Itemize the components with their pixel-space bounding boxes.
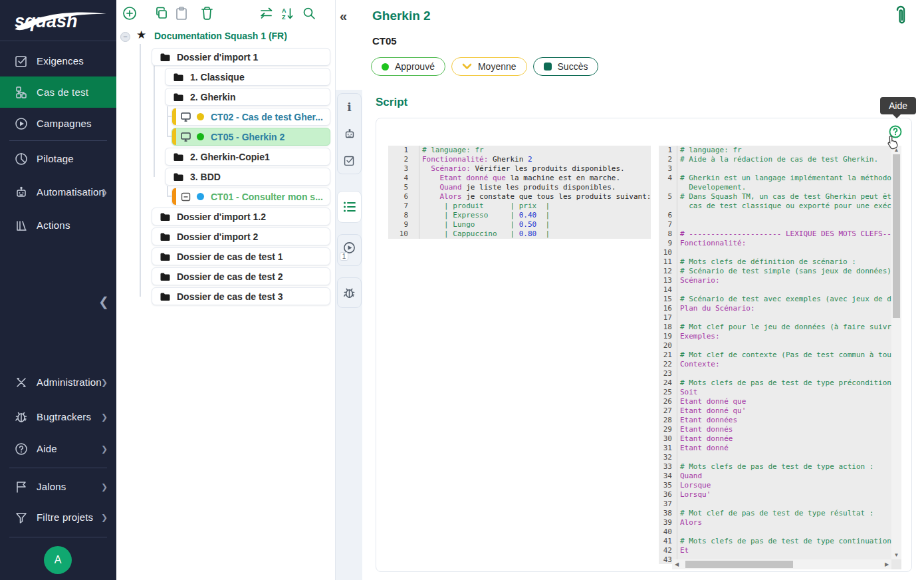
code-line: 32 bbox=[659, 453, 891, 462]
tab-information[interactable]: i bbox=[338, 94, 361, 120]
folder-icon bbox=[173, 153, 183, 161]
check-square-icon bbox=[343, 154, 356, 167]
chevron-right-icon: ❯ bbox=[101, 444, 108, 454]
importance-bar bbox=[172, 128, 176, 146]
tree-node-label: 3. BDD bbox=[190, 172, 221, 182]
execution-count-badge: 1 bbox=[340, 252, 348, 261]
sidebar-divider bbox=[9, 537, 107, 537]
tree-node-folder[interactable]: + Dossier d'import 1.2 bbox=[152, 208, 330, 225]
search-icon[interactable] bbox=[302, 6, 316, 21]
vertical-scrollbar[interactable]: ▲ ▼ bbox=[891, 146, 901, 559]
code-line: 23 bbox=[659, 369, 891, 378]
gherkin-script-editor[interactable]: 1# language: fr2Fonctionnalité: Gherkin … bbox=[388, 146, 651, 239]
tab-automation[interactable] bbox=[338, 120, 361, 147]
test-case-reference: CT05 bbox=[372, 35, 397, 47]
tab-requirements[interactable] bbox=[338, 147, 361, 174]
code-line: 28Etant données bbox=[659, 416, 891, 425]
test-case-tree-panel: AZ − ★ Documentation Squash 1 (FR) − Dos… bbox=[116, 0, 336, 580]
code-line: 31Etant donné bbox=[659, 444, 891, 453]
sidebar-item-aide[interactable]: Aide ❯ bbox=[0, 433, 116, 464]
info-icon: i bbox=[347, 100, 351, 114]
transfer-button[interactable] bbox=[259, 7, 275, 20]
importance-bar bbox=[172, 188, 176, 206]
scroll-right-icon[interactable]: ▶ bbox=[884, 561, 889, 567]
tree-node-folder[interactable]: + Dossier de cas de test 3 bbox=[152, 287, 330, 305]
code-line: 12# Scénario de test simple (sans jeux d… bbox=[659, 267, 891, 276]
tree-node-folder[interactable]: + Dossier de cas de test 2 bbox=[152, 267, 330, 285]
sidebar-item-actions[interactable]: Actions bbox=[0, 210, 116, 241]
tree-node-folder[interactable]: − Dossier d'import 1 bbox=[152, 48, 330, 66]
sidebar-item-bugtrackers[interactable]: Bugtrackers ❯ bbox=[0, 401, 116, 432]
tree-node-test-case[interactable]: CT02 - Cas de test Gher... bbox=[172, 108, 330, 126]
collapse-panel-icon[interactable]: « bbox=[340, 9, 347, 24]
sidebar-item-label: Campagnes bbox=[37, 118, 92, 129]
sidebar-item-filtre-projets[interactable]: Filtre projets ❯ bbox=[0, 502, 116, 533]
tree-node-folder[interactable]: − 3. BDD bbox=[165, 168, 330, 186]
squash-logo[interactable]: squash bbox=[0, 0, 116, 41]
scrollbar-thumb[interactable] bbox=[685, 561, 793, 568]
code-line: 14 bbox=[659, 285, 891, 295]
star-icon: ★ bbox=[136, 28, 146, 42]
code-line: 6 bbox=[659, 211, 891, 220]
code-line: 24# Mots clefs de pas de test de type pr… bbox=[659, 378, 891, 388]
sidebar-item-pilotage[interactable]: Pilotage bbox=[0, 143, 116, 174]
tree-node-test-case[interactable]: CT01 - Consulter mon s... bbox=[172, 188, 330, 206]
tree-node-folder[interactable]: + Dossier d'import 2 bbox=[152, 227, 330, 245]
attachments-paperclip-icon[interactable] bbox=[892, 5, 909, 27]
tree-node-folder[interactable]: + 2. Gherkin-Copie1 bbox=[165, 148, 330, 166]
tree-node-folder[interactable]: + 1. Classique bbox=[165, 68, 330, 86]
sidebar-item-administration[interactable]: Administration ❯ bbox=[0, 366, 116, 398]
scroll-down-icon[interactable]: ▼ bbox=[891, 552, 901, 558]
sidebar-item-label: Cas de test bbox=[37, 86, 88, 98]
scroll-left-icon[interactable]: ◀ bbox=[674, 561, 679, 567]
sort-button[interactable]: AZ bbox=[280, 6, 295, 21]
horizontal-scrollbar[interactable]: ◀ ▶ bbox=[672, 559, 891, 569]
box-minus-icon bbox=[181, 192, 191, 202]
chevron-right-icon: ❯ bbox=[101, 378, 108, 387]
add-button[interactable] bbox=[122, 5, 138, 21]
sidebar-item-jalons[interactable]: Jalons ❯ bbox=[0, 471, 116, 502]
tab-issues[interactable] bbox=[338, 278, 361, 307]
tab-script-active[interactable] bbox=[338, 192, 361, 222]
tree-guide-line bbox=[140, 44, 141, 297]
tree-root-row[interactable]: − ★ Documentation Squash 1 (FR) bbox=[116, 29, 336, 45]
sidebar-item-label: Pilotage bbox=[37, 153, 74, 164]
tree-guide-line bbox=[167, 106, 168, 137]
delete-button[interactable] bbox=[199, 5, 215, 21]
scrollbar-thumb[interactable] bbox=[893, 154, 900, 318]
code-line: 16Plan du Scénario: bbox=[659, 304, 891, 313]
code-line: 9 | Lungo | 0.50 | bbox=[388, 220, 651, 229]
badge-label: Succès bbox=[558, 61, 588, 72]
status-badge-approved[interactable]: Approuvé bbox=[371, 57, 445, 76]
tree-node-folder[interactable]: + Dossier de cas de test 1 bbox=[152, 247, 330, 265]
check-square-icon bbox=[14, 54, 29, 69]
code-line: 20 bbox=[659, 341, 891, 351]
tree-node-test-case-selected[interactable]: CT05 - Gherkin 2 bbox=[172, 128, 330, 146]
sidebar-item-label: Jalons bbox=[37, 481, 66, 492]
collapse-handle[interactable]: − bbox=[120, 32, 130, 42]
tab-group-issues bbox=[337, 277, 362, 308]
project-root-label[interactable]: Documentation Squash 1 (FR) bbox=[154, 31, 287, 41]
folder-icon bbox=[160, 213, 170, 221]
importance-badge[interactable]: Moyenne bbox=[451, 57, 527, 76]
code-line: 2Fonctionnalité: Gherkin 2 bbox=[388, 155, 651, 164]
paste-button[interactable] bbox=[174, 6, 189, 21]
gherkin-help-editor[interactable]: 1# language: fr2# Aide à la rédaction de… bbox=[659, 146, 891, 564]
code-line: 33# Mots clefs de pas de test de type ac… bbox=[659, 462, 891, 472]
sidebar-item-exigences[interactable]: Exigences bbox=[0, 45, 116, 76]
user-avatar[interactable]: A bbox=[44, 546, 72, 574]
status-dot bbox=[197, 113, 204, 120]
sidebar-item-automatisation[interactable]: Automatisation ❯ bbox=[0, 176, 116, 208]
copy-button[interactable] bbox=[154, 6, 169, 21]
code-line: cas de test classique ou exporté pour un… bbox=[659, 202, 891, 211]
tree-node-folder[interactable]: − 2. Gherkin bbox=[165, 88, 330, 106]
tree-node-label: 1. Classique bbox=[190, 72, 245, 82]
execution-status-badge[interactable]: Succès bbox=[533, 57, 599, 76]
tab-executions[interactable]: 1 bbox=[338, 235, 361, 265]
sidebar-collapse-chevron[interactable]: ❮ bbox=[98, 294, 109, 309]
code-line: 4 Etant donné que la machine est en marc… bbox=[388, 174, 651, 183]
code-line: 2# Aide à la rédaction de cas de test Gh… bbox=[659, 155, 891, 164]
sidebar-item-campagnes[interactable]: Campagnes bbox=[0, 108, 116, 139]
sidebar-item-cas-de-test[interactable]: Cas de test bbox=[0, 76, 116, 108]
sidebar: squash Exigences Cas de test Campagnes P… bbox=[0, 0, 116, 580]
